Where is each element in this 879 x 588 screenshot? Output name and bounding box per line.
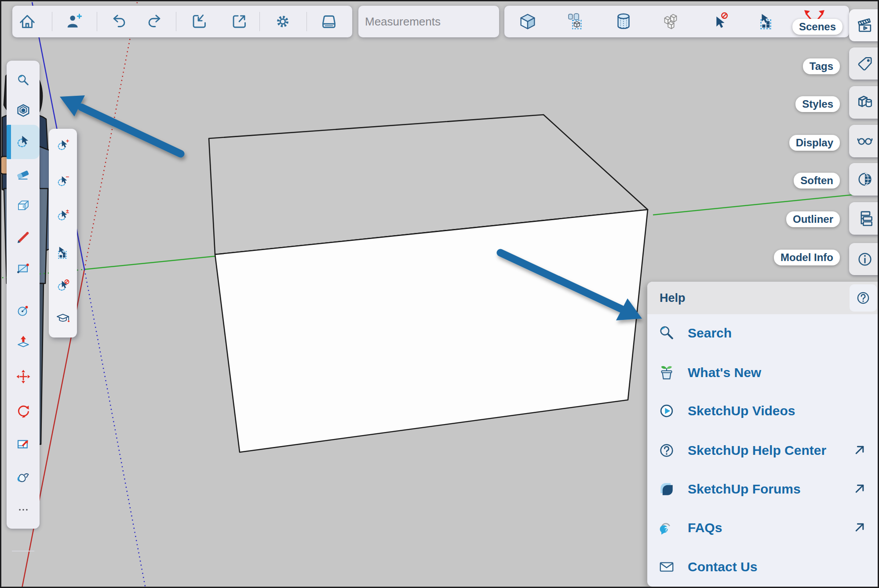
help-item-label: Search — [688, 326, 879, 341]
outliner-icon — [855, 209, 875, 228]
move-icon — [15, 368, 32, 385]
paint-icon — [15, 468, 32, 485]
help-item-sketchup-videos[interactable]: SketchUp Videos — [647, 397, 879, 425]
panel-button-display[interactable] — [849, 125, 879, 157]
undo-icon — [109, 11, 129, 32]
warehouse-icon — [15, 103, 32, 120]
styles-callout-label: Styles — [795, 96, 840, 112]
tool-eraser[interactable] — [7, 160, 40, 188]
panel-button-outliner[interactable] — [849, 202, 879, 235]
select-tool-flyout: +−± — [49, 129, 77, 338]
add-collaborator-button[interactable] — [62, 9, 87, 34]
help-item-label: SketchUp Videos — [688, 403, 879, 418]
redo-button[interactable] — [142, 9, 167, 34]
panel-button-styles[interactable] — [849, 86, 879, 119]
external-link-icon — [852, 481, 868, 496]
tool-rotate[interactable] — [7, 397, 40, 425]
tool-select-plus[interactable]: + — [49, 133, 77, 158]
save-drive-icon — [319, 11, 339, 32]
panel-button-tags[interactable] — [849, 47, 879, 80]
tool-select[interactable] — [7, 125, 40, 159]
help-item-faqs[interactable]: ?FAQs — [647, 514, 879, 542]
redo-icon — [144, 11, 164, 32]
display-callout-label: Display — [789, 135, 840, 151]
tool-box-tool[interactable] — [7, 192, 40, 220]
styles-icon — [855, 93, 875, 112]
box-tool-icon — [15, 197, 32, 214]
help-circle-icon — [854, 289, 872, 307]
save-drive-button[interactable] — [317, 9, 341, 34]
measurements-input[interactable]: Measurements — [365, 15, 441, 29]
undo-button[interactable] — [107, 9, 131, 34]
panel-button-scenes[interactable] — [849, 9, 879, 41]
panel-button-model-info[interactable] — [849, 243, 879, 275]
circle-tool-icon — [15, 302, 32, 319]
toolbar-primary — [12, 6, 352, 37]
rectangle-tool-icon — [15, 260, 32, 277]
toolbar-divider — [52, 12, 52, 31]
scenes-callout-label: Scenes — [792, 19, 843, 35]
help-item-what-s-new[interactable]: What's New — [647, 359, 879, 387]
tag-icon — [855, 54, 875, 73]
left-toolbar — [7, 61, 40, 529]
tool-select-minus[interactable]: − — [49, 169, 77, 194]
pencil-icon — [15, 229, 32, 246]
export-icon — [229, 11, 249, 32]
outliner-callout-label: Outliner — [786, 211, 840, 227]
help-item-label: What's New — [688, 365, 879, 380]
svg-text:?: ? — [664, 526, 668, 533]
tool-scale-tool[interactable] — [7, 430, 40, 458]
help-item-label: Contact Us — [688, 559, 879, 574]
contact-icon — [657, 557, 676, 577]
tool-search[interactable] — [7, 66, 40, 94]
tool-instructor[interactable] — [49, 307, 77, 331]
help-panel-header: Help — [647, 282, 879, 314]
model-box[interactable] — [209, 115, 648, 452]
tags-callout-label: Tags — [803, 58, 840, 74]
rotate-icon — [15, 403, 32, 420]
eraser-icon — [15, 166, 32, 182]
help-item-contact-us[interactable]: Contact Us — [647, 553, 879, 581]
help-panel: Help SearchWhat's NewSketchUp VideosSket… — [647, 282, 879, 587]
whats-new-icon — [657, 363, 676, 382]
cursor-select-all-button[interactable] — [754, 9, 779, 34]
soften-icon — [855, 170, 875, 189]
panel-button-soften[interactable] — [849, 163, 879, 196]
tool-move[interactable] — [7, 363, 40, 391]
help-item-label: SketchUp Help Center — [688, 443, 852, 458]
tool-pencil[interactable] — [7, 223, 40, 251]
tool-select-all[interactable] — [49, 240, 77, 265]
cursor-deselect-button[interactable] — [708, 9, 732, 34]
select-icon — [14, 133, 33, 151]
more-icon — [15, 501, 32, 518]
toolbar-divider — [259, 12, 260, 31]
import-button[interactable] — [187, 9, 212, 34]
help-item-sketchup-forums[interactable]: SketchUp Forums — [647, 475, 879, 503]
ghost-cubes-button[interactable] — [658, 9, 683, 34]
help-item-search[interactable]: Search — [647, 319, 879, 347]
scale-tool-icon — [15, 436, 32, 452]
settings-gear-icon — [273, 11, 293, 32]
cylinder-button[interactable] — [611, 9, 636, 34]
components-button[interactable] — [563, 9, 587, 34]
export-button[interactable] — [227, 9, 252, 34]
xray-box-button[interactable] — [515, 9, 540, 34]
select-all-icon — [55, 245, 71, 261]
videos-icon — [657, 401, 676, 421]
tool-deselect[interactable] — [49, 274, 77, 298]
ghost-cubes-icon — [660, 11, 681, 32]
tool-rectangle-tool[interactable] — [7, 254, 40, 283]
tool-select-plus-minus[interactable]: ± — [49, 203, 77, 228]
select-plus-icon: + — [55, 138, 71, 153]
settings-gear-button[interactable] — [270, 9, 295, 34]
measurements-panel[interactable]: Measurements — [358, 6, 499, 37]
tool-pushpull[interactable] — [7, 328, 40, 356]
help-circle-button[interactable] — [850, 284, 877, 312]
help-item-sketchup-help-center[interactable]: SketchUp Help Center — [647, 436, 879, 465]
tool-warehouse[interactable] — [7, 97, 40, 125]
select-minus-icon: − — [55, 174, 71, 189]
tool-more[interactable] — [7, 496, 40, 524]
tool-circle-tool[interactable] — [7, 296, 40, 324]
home-button[interactable] — [15, 9, 40, 34]
tool-paint[interactable] — [7, 463, 40, 491]
